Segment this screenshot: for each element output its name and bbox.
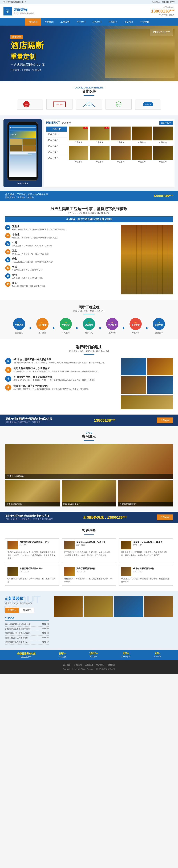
hero-title: 酒店隔断 重量定制 bbox=[10, 40, 45, 61]
product-menu-item-5[interactable]: 产品分类五 bbox=[46, 155, 67, 161]
nav-link-products[interactable]: 产品展示 bbox=[41, 18, 57, 26]
features-image bbox=[121, 225, 173, 294]
product-card-4[interactable]: 产品名称 bbox=[132, 127, 152, 145]
feature-item-3: 03 材料 采用优质材料，环保健康，经久耐用，品质保证 bbox=[5, 241, 117, 247]
partners-title: COOPERATIVE PARTNERS 合作伙伴 bbox=[3, 86, 175, 96]
icp-text: 粤ICP备XXXXXXXX号 bbox=[96, 668, 115, 670]
why-item-4: ④ 帮你省一笔，让客户无后顾之忧 工厂直销，省去中间环节，让您以最优惠的价格获得… bbox=[5, 384, 117, 391]
nav-link-service[interactable]: 服务项目 bbox=[121, 18, 137, 26]
nav-item-cases[interactable]: 工程案例 bbox=[57, 18, 73, 26]
nav-item-contact[interactable]: 联系我们 bbox=[89, 18, 105, 26]
case-item-2[interactable]: 酒店活动隔断案例二 bbox=[62, 480, 116, 506]
about-img-3 bbox=[114, 596, 143, 617]
feature-title-2: 专业化 bbox=[12, 233, 58, 236]
cta2-btn[interactable]: 立即咨询 bbox=[157, 515, 173, 520]
footer-link-products[interactable]: 产品展示 bbox=[74, 663, 82, 666]
why-content-1: 5年专注，隔断工程一站式服务专家 我们专注于隔断行业5年，积累了丰富的工程经验，… bbox=[13, 358, 106, 364]
product-menu-item-2[interactable]: 产品分类二 bbox=[46, 137, 67, 144]
svg-text:知名企业: 知名企业 bbox=[145, 104, 151, 105]
why-icon-3: ③ bbox=[5, 376, 11, 382]
nav-link-news[interactable]: 行业新闻 bbox=[137, 18, 153, 26]
hero-subtitle: 一站式活动隔断解决方案 bbox=[10, 63, 45, 67]
product-menu-link-5[interactable]: 产品分类五 bbox=[46, 155, 67, 161]
product-card-10[interactable]: 产品名称 bbox=[153, 146, 173, 164]
product-menu-link-1[interactable]: 产品分类一 bbox=[46, 131, 67, 137]
product-card-img-6 bbox=[69, 146, 88, 160]
feature-item-5: 05 安装 专业安装团队，快速高效，最小化对您业务的影响 bbox=[5, 257, 117, 263]
why-right bbox=[121, 358, 173, 409]
nav-item-home[interactable]: 网站首页 bbox=[25, 18, 41, 26]
stat-num-1: 全国服务热线 bbox=[17, 652, 35, 656]
product-card-3[interactable]: 产品名称 bbox=[111, 127, 130, 145]
case-item-3[interactable]: 酒店活动隔断案例三 bbox=[118, 480, 173, 506]
news-date-2: 2021-05 bbox=[42, 627, 49, 630]
product-menu-link-2[interactable]: 产品分类二 bbox=[46, 137, 67, 143]
cases-grid: 酒店活动隔断案例一 酒店活动隔断案例二 酒店活动隔断案例三 bbox=[5, 480, 173, 506]
copyright-text: Copyright © 2021 All Rights Reserved. bbox=[63, 668, 96, 670]
why-img-4 bbox=[147, 376, 173, 394]
nav-link-message[interactable]: 在线留言 bbox=[105, 18, 121, 26]
product-content: 产品分类 产品分类一 产品分类二 产品分类三 产品分类四 产品分类五 NEW bbox=[46, 127, 173, 164]
news-item-5[interactable]: 最新隔断产品系列正式发布 2021-02 bbox=[5, 640, 49, 645]
product-card-7[interactable]: 产品名称 bbox=[90, 146, 109, 164]
news-item-3[interactable]: 活动隔断在现代酒店中的应用 2021-04 bbox=[5, 631, 49, 636]
news-item-1[interactable]: 2021年隔断行业发展趋势分析 2021-06 bbox=[5, 622, 49, 627]
footer-link-about[interactable]: 关于我们 bbox=[63, 663, 70, 666]
hero-banner: 重量定制 酒店隔断 重量定制 一站式活动隔断解决方案 厂家直销 · 工艺精美 ·… bbox=[0, 26, 178, 81]
product-menu-item-3[interactable]: 产品分类三 bbox=[46, 144, 67, 149]
nav-link-about[interactable]: 关于我们 bbox=[73, 18, 89, 26]
product-menu-item-1[interactable]: 产品分类一 bbox=[46, 131, 67, 137]
nav-item-service[interactable]: 服务项目 bbox=[121, 18, 137, 26]
process-step-name-2: 上门测量 bbox=[38, 323, 47, 327]
news-item-4[interactable]: 隔断工程施工注意事项详解 2021-03 bbox=[5, 636, 49, 640]
more-products-btn[interactable]: 更多产品>> bbox=[159, 121, 173, 125]
news-title-3: 活动隔断在现代酒店中的应用 bbox=[5, 632, 30, 634]
why-item-desc-4: 工厂直销，省去中间环节，让您以最优惠的价格获得最高品质的产品，真正做到物美价廉。 bbox=[13, 388, 90, 391]
review-meta-1: 内蒙古某酒店活动隔断项目评价 2021-05-12 bbox=[20, 541, 49, 546]
nav-item-about[interactable]: 关于我们 bbox=[73, 18, 89, 26]
product-card-8[interactable]: 产品名称 bbox=[111, 146, 130, 164]
product-card-1[interactable]: NEW 产品名称 bbox=[69, 127, 88, 145]
product-card-6[interactable]: 产品名称 bbox=[69, 146, 88, 164]
partner-logo-5: 知名企业 bbox=[135, 99, 161, 110]
why-layout: ① 5年专注，隔断工程一站式服务专家 我们专注于隔断行业5年，积累了丰富的工程经… bbox=[5, 358, 173, 409]
process-arrow-5: ▶ bbox=[123, 322, 125, 330]
footer-link-contact[interactable]: 联系我们 bbox=[96, 663, 104, 666]
product-card-2[interactable]: NEW 产品名称 bbox=[90, 127, 109, 145]
review-date-6: 2020-12-20 bbox=[133, 570, 154, 572]
feature-item-2: 02 专业化 专业团队，丰富经验，为您提供最专业的隔断解决方案 bbox=[5, 233, 117, 239]
nav-item-products[interactable]: 产品展示 bbox=[41, 18, 57, 26]
review-img-2 bbox=[64, 541, 75, 550]
nav-link-cases[interactable]: 工程案例 bbox=[57, 18, 73, 26]
hero-title-highlight: 重量定制 bbox=[10, 53, 35, 60]
review-card-title-1: 内蒙古某酒店活动隔断项目评价 bbox=[20, 541, 49, 544]
service-banner-left: 品质保证，厂家直销，安装一站式服务专家 隔断定制 · 厂家直销 · 安装服务 bbox=[5, 193, 48, 199]
review-card-title-4: 某酒店隔断活动案例评价 bbox=[20, 567, 42, 570]
case-large-item[interactable]: 酒店活动隔断案例 bbox=[5, 444, 173, 479]
nav-item-message[interactable]: 在线留言 bbox=[105, 18, 121, 26]
product-card-img-5 bbox=[153, 127, 173, 141]
nav-item-news[interactable]: 行业新闻 bbox=[137, 18, 153, 26]
news-item-2[interactable]: 如何选择优质的酒店活动隔断 2021-05 bbox=[5, 627, 49, 631]
product-card-9[interactable]: 产品名称 bbox=[132, 146, 152, 164]
product-menu-link-3[interactable]: 产品分类三 bbox=[46, 144, 67, 149]
review-meta-4: 某酒店隔断活动案例评价 2021-02-10 bbox=[20, 567, 42, 572]
product-menu-link-4[interactable]: 产品分类四 bbox=[46, 149, 67, 155]
product-menu-item-4[interactable]: 产品分类四 bbox=[46, 149, 67, 155]
footer-link-cases[interactable]: 工程案例 bbox=[85, 663, 93, 666]
about-btn-about[interactable]: 公司简介 bbox=[5, 608, 19, 613]
about-btn-news[interactable]: 行业动态 bbox=[20, 608, 34, 613]
nav-link-contact[interactable]: 联系我们 bbox=[89, 18, 105, 26]
product-card-5[interactable]: 产品名称 bbox=[153, 127, 173, 145]
case-item-1[interactable]: 酒店活动隔断案例一 bbox=[5, 480, 60, 506]
why-img-2 bbox=[147, 358, 173, 375]
feature-desc-6: 完善的售后服务体系，让您使用无忧 bbox=[12, 269, 43, 272]
why-item-title-3: 专业的服务团队、量身定制解决方案 bbox=[13, 376, 97, 379]
review-date-3: 2021-03-18 bbox=[133, 544, 162, 546]
nav-link-home[interactable]: 网站首页 bbox=[25, 18, 41, 26]
cta-btn-1[interactable]: 立即咨询 bbox=[157, 417, 173, 424]
review-card-title-5: 宴会厅隔断项目评价 bbox=[76, 567, 95, 570]
footer-link-message[interactable]: 在线留言 bbox=[108, 663, 115, 666]
stat-label-4: 客户满意度 bbox=[121, 655, 130, 658]
why-icon-1: ① bbox=[5, 358, 11, 364]
